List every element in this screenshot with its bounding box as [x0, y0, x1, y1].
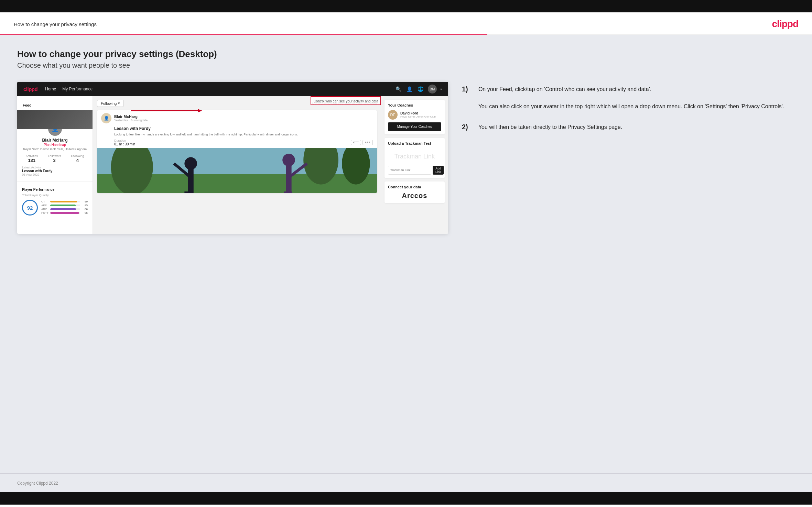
- instructions-column: 1) On your Feed, click/tap on 'Control w…: [462, 82, 795, 144]
- instruction-1-num: 1): [462, 85, 472, 111]
- search-icon[interactable]: 🔍: [395, 85, 402, 93]
- app-right-panel: Your Coaches DF David Ford Royal North D…: [381, 96, 448, 234]
- svg-rect-14: [284, 191, 287, 193]
- putt-fill: [50, 212, 79, 214]
- svg-rect-10: [190, 191, 193, 193]
- lesson-user-info: Blair McHarg Yesterday · Sunningdale: [114, 114, 148, 122]
- svg-point-7: [184, 157, 197, 170]
- profile-cover: [17, 110, 93, 129]
- lesson-tags: OTT APP: [351, 140, 373, 145]
- duration-label: Duration: [114, 139, 135, 142]
- connect-title: Connect your data: [388, 185, 441, 189]
- instruction-2: 2) You will then be taken directly to th…: [462, 123, 795, 132]
- arrow-indicator: [131, 108, 203, 113]
- person-icon[interactable]: 👤: [406, 85, 413, 93]
- tag-ott[interactable]: OTT: [351, 140, 361, 145]
- app-track: [50, 205, 80, 206]
- globe-icon[interactable]: 🌐: [417, 85, 424, 93]
- control-link-highlight: Control who can see your activity and da…: [311, 96, 381, 105]
- svg-rect-15: [289, 191, 292, 193]
- lesson-image: [97, 148, 377, 193]
- trackman-input[interactable]: [388, 166, 431, 175]
- instruction-2-text: You will then be taken directly to the P…: [478, 123, 622, 132]
- svg-marker-17: [198, 109, 202, 112]
- latest-activity-date: 03 Aug 2022: [22, 173, 88, 176]
- header-title: How to change your privacy settings: [14, 21, 97, 27]
- profile-club: Royal North Devon Golf Club, United King…: [17, 147, 93, 151]
- instruction-2-num: 2): [462, 123, 472, 132]
- coaches-box: Your Coaches DF David Ford Royal North D…: [385, 100, 445, 134]
- putt-label: PUTT: [41, 211, 49, 214]
- app-body: Feed 👤 Blair McHarg Plus Handicap Royal …: [17, 96, 448, 234]
- trackman-input-row: Add Link: [388, 166, 441, 175]
- coach-avatar: DF: [388, 110, 398, 120]
- app-label: APP: [41, 204, 49, 207]
- following-value: 4: [71, 158, 84, 163]
- app-sidebar: Feed 👤 Blair McHarg Plus Handicap Royal …: [17, 96, 93, 234]
- lesson-duration-info: Duration 01 hr : 30 min: [114, 139, 135, 146]
- coach-item: DF David Ford Royal North Devon Golf Clu…: [388, 110, 441, 120]
- coaches-title: Your Coaches: [388, 103, 441, 107]
- followers-value: 3: [48, 158, 61, 163]
- profile-latest: Latest Activity Lesson with Fordy 03 Aug…: [17, 163, 93, 176]
- profile-name: Blair McHarg: [17, 138, 93, 143]
- nav-link-home[interactable]: Home: [45, 87, 56, 91]
- nav-link-my-performance[interactable]: My Performance: [62, 87, 93, 91]
- putt-value: 96: [82, 211, 88, 214]
- user-avatar[interactable]: BM: [428, 85, 437, 93]
- arccos-logo: Arccos: [388, 192, 441, 200]
- arg-value: 86: [82, 208, 88, 211]
- arg-track: [50, 208, 80, 210]
- instruction-1: 1) On your Feed, click/tap on 'Control w…: [462, 85, 795, 111]
- lesson-card: 👤 Blair McHarg Yesterday · Sunningdale L…: [97, 110, 377, 193]
- activities-value: 131: [25, 158, 38, 163]
- svg-rect-6: [188, 167, 194, 192]
- tag-app[interactable]: APP: [362, 140, 373, 145]
- player-perf-subtitle: Total Player Quality: [22, 194, 88, 197]
- instruction-1-text: On your Feed, click/tap on 'Control who …: [478, 85, 784, 111]
- top-bar: [0, 0, 812, 12]
- lesson-description: Looking to feel like my hands are exitin…: [97, 132, 377, 139]
- svg-rect-11: [286, 163, 291, 192]
- trackman-title: Upload a Trackman Test: [388, 141, 441, 145]
- svg-point-3: [111, 148, 153, 193]
- ott-bar-row: OTT 90: [41, 200, 88, 203]
- lesson-location: Yesterday · Sunningdale: [114, 119, 148, 122]
- sidebar-feed-tab[interactable]: Feed: [17, 100, 93, 110]
- svg-point-12: [282, 154, 295, 166]
- ott-label: OTT: [41, 200, 49, 203]
- manage-coaches-button[interactable]: Manage Your Coaches: [388, 122, 441, 131]
- bottom-bar: [0, 492, 812, 505]
- latest-activity-label: Latest Activity: [22, 166, 88, 169]
- coach-info: David Ford Royal North Devon Golf Club: [400, 111, 436, 118]
- svg-rect-9: [184, 191, 188, 193]
- app-nav-logo: clippd: [23, 86, 37, 92]
- lesson-image-svg: [97, 148, 377, 193]
- trackman-box: Upload a Trackman Test Trackman Link Add…: [385, 138, 445, 178]
- app-fill: [50, 205, 76, 206]
- footer: Copyright Clippd 2022: [0, 473, 812, 492]
- footer-copyright: Copyright Clippd 2022: [17, 481, 58, 486]
- followers-stat: Followers 3: [48, 154, 61, 163]
- control-link-in-box: Control who can see your activity and da…: [313, 99, 378, 103]
- two-col-layout: clippd Home My Performance 🔍 👤 🌐 BM ▾: [17, 82, 795, 234]
- page-title: How to change your privacy settings (Des…: [17, 49, 795, 59]
- arg-label: ARG: [41, 208, 49, 211]
- feed-center: Following ▾ Control who can see your act…: [93, 96, 381, 234]
- putt-bar-row: PUTT 96: [41, 211, 88, 214]
- coach-club: Royal North Devon Golf Club: [400, 115, 436, 118]
- lesson-username: Blair McHarg: [114, 114, 148, 119]
- trackman-add-button[interactable]: Add Link: [433, 166, 444, 175]
- profile-card: 👤 Blair McHarg Plus Handicap Royal North…: [17, 110, 93, 181]
- player-performance-card: Player Performance Total Player Quality …: [17, 184, 93, 219]
- app-nav: clippd Home My Performance 🔍 👤 🌐 BM ▾: [17, 82, 448, 96]
- screenshot-mockup: clippd Home My Performance 🔍 👤 🌐 BM ▾: [17, 82, 448, 234]
- app-nav-icons: 🔍 👤 🌐 BM ▾: [395, 85, 442, 93]
- following-button[interactable]: Following ▾: [97, 100, 124, 107]
- app-bar-row: APP 85: [41, 204, 88, 207]
- duration-value: 01 hr : 30 min: [114, 142, 135, 146]
- activities-stat: Activities 131: [25, 154, 38, 163]
- profile-stats: Activities 131 Followers 3 Following 4: [17, 154, 93, 163]
- tpq-score: 92: [22, 200, 38, 216]
- following-label: Following: [71, 154, 84, 158]
